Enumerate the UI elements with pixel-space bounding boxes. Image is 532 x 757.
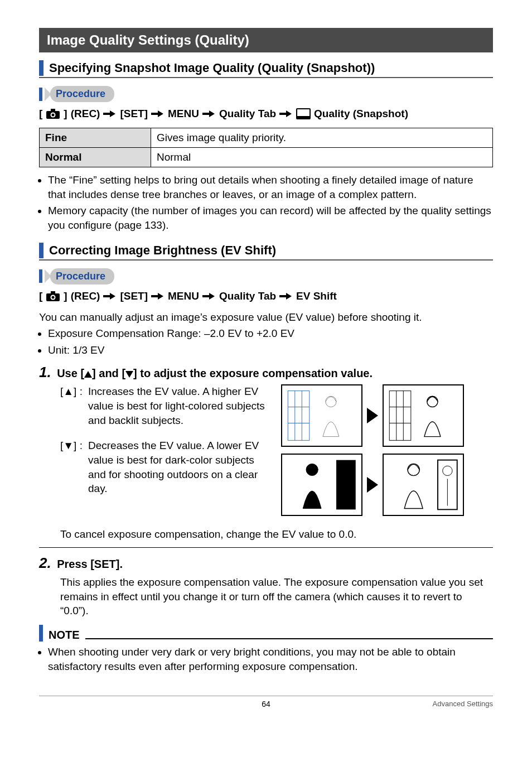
accent-bar-small [39,88,42,101]
section-header: Image Quality Settings (Quality) [39,28,493,52]
table-row: Normal Normal [40,148,493,167]
accent-bar [39,243,43,258]
step-title: Use [] and [] to adjust the exposure com… [57,367,373,379]
svg-point-26 [443,466,452,476]
down-triangle-icon [125,371,133,378]
close-bracket: ] [64,108,67,120]
list-item: The “Fine” setting helps to bring out de… [48,173,493,201]
arrow-right-icon [279,110,293,117]
svg-rect-10 [288,391,309,441]
close-bracket: ] [64,290,67,302]
arrow-right-icon [367,408,378,423]
svg-rect-16 [389,391,411,441]
footer-section: Advanced Settings [433,700,493,708]
cell-normal-label: Normal [40,148,151,167]
arrow-right-icon [367,477,378,493]
crumb-quality-snapshot: Quality (Snapshot) [314,108,408,120]
divider [39,547,493,548]
accent-bar-small [39,625,43,642]
illustration-corrected-dark [383,454,464,516]
illustration-underexposed [281,384,362,447]
down-key-row: [▼] : Decreases the EV value. A lower EV… [60,438,273,496]
subsection-title: Correcting Image Brightness (EV Shift) [49,243,276,258]
illustration-overexposed [281,454,362,516]
step-2: 2. Press [SET]. [39,555,493,572]
up-triangle-icon [84,371,92,378]
procedure-badge: Procedure [50,86,114,102]
step-number: 1. [39,364,51,380]
arrow-right-icon [279,293,293,300]
crumb-ev-shift: EV Shift [296,290,337,302]
up-key-desc: Increases the EV value. A higher EV valu… [88,384,273,427]
step-number: 2. [39,555,51,571]
illustration-row-dark [281,454,493,516]
down-key-desc: Decreases the EV value. A lower EV value… [88,438,273,496]
crumb-rec: (REC) [71,290,100,302]
step-1: 1. Use [] and [] to adjust the exposure … [39,364,493,381]
svg-point-15 [326,397,336,407]
snapshot-icon [296,108,311,119]
table-row: Fine Gives image quality priority. [40,128,493,148]
cell-normal-desc: Normal [151,148,493,167]
illustration-corrected-bright [383,384,464,447]
step1-body: [▲] : Increases the EV value. A higher E… [60,384,493,523]
svg-rect-1 [51,109,55,112]
notes-list: The “Fine” setting helps to bring out de… [39,173,493,233]
up-key-label: [▲] : [60,384,88,427]
list-item: Memory capacity (the number of images yo… [48,204,493,232]
step2-body: This applies the exposure compensation v… [60,575,493,618]
list-item: Unit: 1/3 EV [48,343,493,358]
note-rule [85,638,493,639]
svg-rect-7 [51,291,55,294]
svg-point-3 [52,114,55,117]
crumb-menu: MENU [168,290,199,302]
arrow-right-icon [151,110,165,117]
accent-bar [39,60,43,76]
subsection-header: Specifying Snapshot Image Quality (Quali… [39,60,493,78]
cell-fine-label: Fine [40,128,151,148]
text-fragment: ] to adjust the exposure compensation va… [133,367,373,379]
procedure-label-row: Procedure [39,268,493,285]
procedure-path: [ ] (REC) [SET] MENU Quality Tab EV Shif… [39,290,493,302]
crumb-set: [SET] [120,290,148,302]
open-bracket: [ [39,108,42,120]
svg-point-21 [427,397,438,407]
page-number: 64 [262,700,270,708]
illustration-column [281,384,493,523]
note-label: NOTE [49,629,80,642]
camera-rec-icon [46,108,60,119]
list-item: Exposure Compensation Range: –2.0 EV to … [48,326,493,341]
procedure-path: [ ] (REC) [SET] MENU Quality Tab Quality… [39,108,493,120]
camera-rec-icon [46,291,60,302]
down-key-label: [▼] : [60,438,88,496]
crumb-quality-tab: Quality Tab [219,108,276,120]
up-key-row: [▲] : Increases the EV value. A higher E… [60,384,273,427]
open-bracket: [ [39,290,42,302]
arrow-right-icon [202,110,216,117]
intro-text: You can manually adjust an image’s expos… [39,310,493,325]
list-item: When shooting under very dark or very br… [48,645,493,673]
intro-bullets: Exposure Compensation Range: –2.0 EV to … [39,326,493,357]
cancel-text: To cancel exposure compensation, change … [60,527,493,542]
subsection-title: Specifying Snapshot Image Quality (Quali… [49,61,375,75]
page-footer: 64 Advanced Settings [39,696,493,708]
step-title: Press [SET]. [57,558,123,570]
illustration-row-bright [281,384,493,447]
procedure-label-row: Procedure [39,86,493,102]
arrow-right-icon [103,110,117,117]
note-header: NOTE [39,625,493,642]
procedure-badge: Procedure [50,268,114,285]
arrow-right-icon [202,293,216,300]
svg-rect-5 [297,116,310,119]
quality-table: Fine Gives image quality priority. Norma… [39,128,493,167]
crumb-set: [SET] [120,108,148,120]
crumb-rec: (REC) [71,108,100,120]
svg-point-24 [408,464,419,476]
arrow-right-icon [103,293,117,300]
svg-rect-23 [336,460,356,510]
svg-point-9 [52,296,55,298]
text-fragment: Use [ [57,367,84,379]
text-fragment: ] and [ [92,367,125,379]
subsection-header: Correcting Image Brightness (EV Shift) [39,243,493,261]
crumb-menu: MENU [168,108,199,120]
